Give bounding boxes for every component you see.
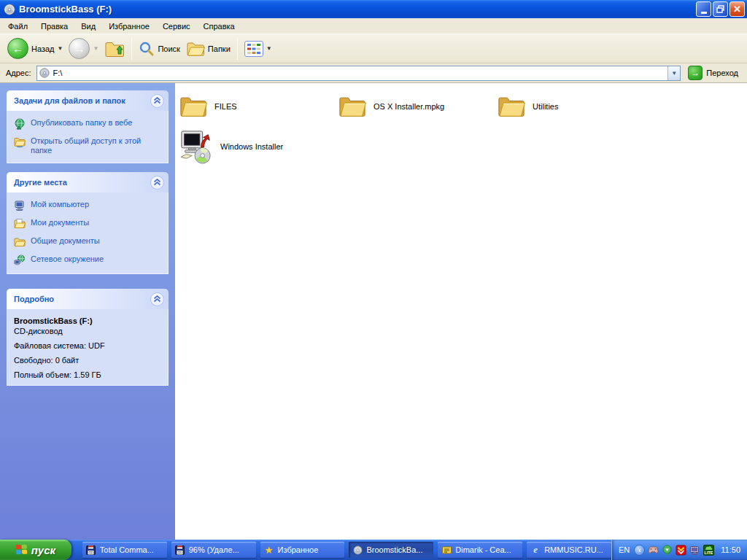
minimize-button[interactable] bbox=[696, 1, 711, 17]
go-label: Переход bbox=[706, 69, 738, 77]
lite-tray-icon[interactable]: LITE bbox=[703, 545, 714, 556]
back-label: Назад bbox=[31, 44, 55, 53]
details-volume-name: BroomstickBass (F:) bbox=[14, 316, 163, 325]
file-label: OS X Installer.mpkg bbox=[374, 102, 444, 111]
language-indicator[interactable]: EN bbox=[619, 545, 630, 554]
taskbar-button-broomstickbass[interactable]: BroomstickBa... bbox=[349, 542, 433, 558]
taskbar-button-label: Total Comma... bbox=[100, 545, 154, 554]
collapse-button[interactable] bbox=[150, 292, 164, 306]
panel-other-places-header[interactable]: Другие места bbox=[7, 172, 169, 192]
chevron-down-icon: ▼ bbox=[671, 70, 677, 77]
folders-icon bbox=[186, 40, 205, 58]
menu-favorites[interactable]: Избранное bbox=[102, 20, 156, 33]
panel-details-body: BroomstickBass (F:) CD-дисковод Файловая… bbox=[7, 309, 169, 386]
green-arrow-tray-icon[interactable] bbox=[662, 545, 673, 556]
file-tile-utilities[interactable]: Utilities bbox=[498, 89, 657, 124]
my-documents-icon bbox=[14, 218, 26, 230]
views-dropdown-caret[interactable]: ▼ bbox=[266, 45, 272, 52]
details-free-space: Свободно: 0 байт bbox=[14, 356, 163, 365]
panel-title: Подробно bbox=[14, 295, 54, 303]
shared-documents-icon bbox=[14, 236, 26, 248]
network-places-link[interactable]: Сетевое окружение bbox=[14, 254, 163, 266]
file-tile-osx-installer[interactable]: OS X Installer.mpkg bbox=[338, 89, 498, 124]
taskbar-button-label: RMMUSIC.RU... bbox=[544, 545, 603, 554]
search-button[interactable]: Поиск bbox=[136, 41, 182, 57]
search-label: Поиск bbox=[158, 44, 179, 53]
file-label: Utilities bbox=[533, 102, 558, 111]
up-button[interactable] bbox=[101, 39, 128, 58]
address-value: F:\ bbox=[53, 69, 668, 77]
folders-button[interactable]: Папки bbox=[183, 40, 233, 58]
menu-edit[interactable]: Правка bbox=[34, 20, 74, 33]
share-folder-link[interactable]: Открыть общий доступ к этой папке bbox=[14, 136, 163, 155]
taskbar-button-favorites[interactable]: ★ Избранное bbox=[260, 542, 345, 558]
display-tray-icon[interactable] bbox=[689, 545, 700, 556]
folder-icon bbox=[338, 95, 366, 118]
file-tile-files[interactable]: FILES bbox=[179, 89, 338, 124]
panel-title: Другие места bbox=[14, 178, 67, 187]
address-dropdown-button[interactable]: ▼ bbox=[667, 66, 680, 80]
panel-file-tasks-header[interactable]: Задачи для файлов и папок bbox=[7, 90, 169, 111]
cd-drive-icon bbox=[4, 4, 15, 15]
tray-chevron-icon[interactable]: ‹ bbox=[634, 545, 645, 556]
shared-documents-link[interactable]: Общие документы bbox=[14, 236, 163, 248]
taskbar-button-rmmusic[interactable]: e RMMUSIC.RU... bbox=[527, 542, 611, 558]
floppy-icon bbox=[86, 545, 96, 555]
close-button[interactable]: ✕ bbox=[729, 1, 745, 17]
place-label: Общие документы bbox=[31, 236, 100, 246]
restore-icon bbox=[716, 5, 724, 13]
forward-arrow-icon: → bbox=[69, 38, 90, 59]
panel-file-tasks-body: Опубликовать папку в вебе Открыть общий … bbox=[7, 111, 169, 163]
taskbar: пуск Total Comma... 96% (Удале... ★ Избр… bbox=[0, 540, 747, 560]
forward-button[interactable]: → ▼ bbox=[66, 38, 101, 59]
panel-file-tasks: Задачи для файлов и папок bbox=[7, 90, 169, 163]
playlist-icon bbox=[441, 545, 452, 555]
collapse-button[interactable] bbox=[150, 176, 164, 190]
go-arrow-icon: → bbox=[688, 66, 703, 80]
back-dropdown-caret[interactable]: ▼ bbox=[58, 45, 63, 52]
go-button[interactable]: → Переход bbox=[681, 66, 744, 80]
my-computer-icon bbox=[14, 200, 26, 211]
taskbar-button-label: 96% (Удале... bbox=[189, 545, 239, 554]
menu-tools[interactable]: Сервис bbox=[156, 20, 197, 33]
titlebar: BroomstickBass (F:) ✕ bbox=[0, 0, 747, 18]
file-tile-windows-installer[interactable]: Windows Installer bbox=[179, 127, 338, 166]
minimize-icon bbox=[701, 12, 707, 14]
system-tray: EN ‹ bbox=[611, 540, 747, 560]
back-arrow-icon: ← bbox=[7, 38, 28, 59]
place-label: Мои документы bbox=[31, 218, 89, 228]
search-icon bbox=[139, 41, 155, 57]
forward-dropdown-caret: ▼ bbox=[93, 45, 98, 52]
explorer-window: BroomstickBass (F:) ✕ Файл Правка Вид Из… bbox=[0, 0, 747, 560]
clock[interactable]: 11:50 bbox=[721, 545, 740, 554]
menu-view[interactable]: Вид bbox=[74, 20, 102, 33]
collapse-button[interactable] bbox=[150, 94, 164, 108]
my-computer-link[interactable]: Мой компьютер bbox=[14, 200, 163, 211]
start-button[interactable]: пуск bbox=[0, 540, 71, 560]
folder-up-icon bbox=[104, 39, 125, 58]
restore-button[interactable] bbox=[713, 1, 728, 17]
windows-logo-icon bbox=[15, 545, 27, 556]
file-label: FILES bbox=[214, 102, 237, 111]
taskbar-button-total-commander[interactable]: Total Comma... bbox=[82, 542, 167, 558]
shared-folder-icon bbox=[14, 136, 26, 148]
red-badge-tray-icon[interactable] bbox=[676, 545, 686, 556]
address-label: Адрес: bbox=[6, 69, 31, 77]
taskbar-button-dimarik[interactable]: Dimarik - Cea... bbox=[438, 542, 522, 558]
views-button[interactable]: ▼ bbox=[241, 41, 275, 57]
my-documents-link[interactable]: Мои документы bbox=[14, 218, 163, 230]
taskbar-button-label: Dimarik - Cea... bbox=[455, 545, 511, 554]
panel-details-header[interactable]: Подробно bbox=[7, 289, 169, 309]
cd-icon bbox=[352, 545, 363, 555]
address-input[interactable]: F:\ ▼ bbox=[36, 66, 681, 81]
back-button[interactable]: ← Назад ▼ bbox=[4, 38, 66, 59]
taskbar-button-label: BroomstickBa... bbox=[366, 545, 422, 554]
taskbar-button-copy-progress[interactable]: 96% (Удале... bbox=[171, 542, 256, 558]
folder-icon bbox=[498, 95, 525, 118]
gamepad-tray-icon[interactable] bbox=[648, 545, 659, 556]
place-label: Мой компьютер bbox=[31, 200, 89, 209]
publish-folder-link[interactable]: Опубликовать папку в вебе bbox=[14, 118, 163, 130]
menu-help[interactable]: Справка bbox=[197, 20, 241, 33]
toolbar: ← Назад ▼ → ▼ Поиск Пап bbox=[0, 34, 747, 63]
menu-file[interactable]: Файл bbox=[1, 20, 34, 33]
